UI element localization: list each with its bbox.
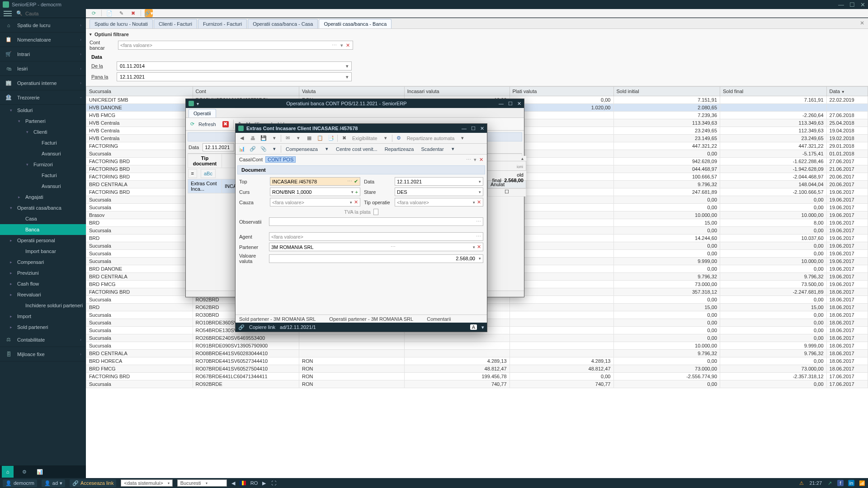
sub-fur-avansuri[interactable]: Avansuri (0, 181, 86, 192)
exig-dd[interactable]: ▾ (381, 134, 390, 143)
clip-button[interactable]: 📋 (316, 134, 325, 143)
collapse-icon[interactable]: ▴ (487, 156, 526, 161)
sub-furnizori[interactable]: ▾Furnizori (0, 159, 86, 170)
repauto-dd[interactable]: ▾ (458, 134, 467, 143)
sub-operspers[interactable]: ▸Operatii personal (0, 235, 86, 246)
tab-spatiu[interactable]: Spatiu de lucru - Noutati (90, 19, 153, 28)
reload-button[interactable]: ⟳ (90, 9, 98, 17)
oppartener-tab[interactable]: Operatii partener - 3M ROMANIA SRL (329, 316, 413, 322)
coment-tab[interactable]: Comentarii (427, 316, 451, 322)
sb-prev[interactable]: ◀ (231, 480, 235, 486)
col-soldinitial[interactable]: Sold initial (613, 87, 720, 96)
sub-opcb[interactable]: ▾Operatii casa/banca (0, 202, 86, 213)
sub-clienti[interactable]: ▾Clienti (0, 127, 86, 137)
repauto-button[interactable]: Repartizare automata (405, 136, 457, 141)
sub-reeval[interactable]: ▸Reevaluari (0, 289, 86, 300)
tab-casa[interactable]: Operatii casa/banca - Casa (248, 19, 318, 28)
agent-field[interactable]: <fara valoare>⋯ (269, 232, 483, 241)
nav-contab[interactable]: ⚖Contabilitate› (0, 333, 86, 347)
filter-dela-combo[interactable]: 01.11.2014▾ (117, 61, 352, 70)
stare-field[interactable]: DES▾ (395, 188, 483, 196)
tab-banca[interactable]: Operatii casa/banca - Banca (319, 19, 392, 28)
table-row[interactable]: SucursalaRO26BRDE240SV64695534000,000,00… (86, 334, 868, 342)
partener-field[interactable]: 3M ROMANIA SRL⋯▾✕ (269, 243, 483, 251)
bars-button[interactable]: 📊 (237, 146, 246, 152)
tabs-close-button[interactable]: ✕ (860, 20, 864, 26)
sb-fullscreen[interactable]: ⛶ (270, 480, 277, 486)
casacont-clear[interactable]: ✕ (479, 157, 483, 163)
close-button[interactable]: ✕ (860, 1, 865, 8)
anulat-check[interactable]: ☐ (487, 188, 526, 197)
data3-field[interactable]: 12.11.2021▾ (395, 177, 483, 186)
linkbar-drop[interactable]: ▾ (481, 324, 484, 330)
sb-ad[interactable]: 👤 ad ▾ (42, 479, 65, 487)
soldpartener-tab[interactable]: Sold partener - 3M ROMANIA SRL (239, 316, 316, 322)
gear-icon[interactable]: ⚙ (20, 467, 29, 476)
win3-min[interactable]: — (462, 126, 467, 131)
nav-nomen[interactable]: 📋Nomenclatoare› (0, 33, 86, 47)
plus-icon[interactable]: + (355, 189, 358, 195)
link2-button[interactable]: 🔗 (248, 146, 257, 152)
sub-impbancar[interactable]: Import bancar (0, 246, 86, 257)
tva-check[interactable] (373, 209, 378, 215)
table-row[interactable]: BRD CENTRALARO08BRDE441SV602830444109.79… (86, 350, 868, 357)
sub-solduri[interactable]: ▾Solduri (0, 105, 86, 116)
attach-button[interactable]: 📎 (259, 146, 268, 152)
col-incasari[interactable]: Incasari valuta (404, 87, 509, 96)
print-button[interactable]: 🖶 (248, 134, 257, 143)
sub-inchsold[interactable]: Inchidere solduri parteneri (0, 300, 86, 311)
tab-clienti[interactable]: Clienti - Facturi (154, 19, 197, 28)
sub-casa[interactable]: Casa (0, 213, 86, 224)
sb-warning-icon[interactable]: ⚠ (798, 480, 805, 486)
curs-field[interactable]: RON/BNR 1,0000▾+ (270, 188, 360, 196)
col-sucursala[interactable]: Sucursala (86, 87, 193, 96)
col-plati[interactable]: Plati valuta (509, 87, 613, 96)
sb-next[interactable]: ▶ (262, 480, 266, 486)
sb-li-icon[interactable]: in (848, 480, 854, 486)
minimize-button[interactable]: — (838, 1, 844, 8)
exig-button[interactable]: Exigibilitate (350, 136, 379, 141)
sub-fur-facturi[interactable]: Facturi (0, 170, 86, 181)
attach-dd[interactable]: ▾ (270, 146, 279, 152)
win2-min[interactable]: — (499, 101, 504, 106)
mail-dd[interactable]: ▾ (294, 134, 303, 143)
valoare-field[interactable]: 2.568,00▾ (269, 254, 483, 263)
win2-refresh[interactable]: ⟳Refresh (189, 120, 218, 128)
sb-user[interactable]: 👤 democrm (3, 479, 37, 487)
tipop-field[interactable]: <fara valoare>▾✕ (395, 198, 483, 206)
win2-cancel[interactable]: ✖ (221, 120, 231, 128)
sub-banca[interactable]: Banca (0, 224, 86, 235)
clear2-icon[interactable]: ✕ (477, 199, 481, 205)
nav-trezorerie[interactable]: 🏦Trezorerie› (0, 90, 86, 105)
table-row[interactable]: SucursalaRO91BRDE090SV1390579090010.000,… (86, 342, 868, 350)
win2-close[interactable]: ✕ (517, 101, 521, 106)
a-badge[interactable]: A (470, 324, 477, 330)
mail-button[interactable]: ✉ (283, 134, 292, 143)
cauza-field[interactable]: <fara valoare>▾✕ (270, 198, 360, 206)
sub-parteneri[interactable]: ▾Parteneri (0, 116, 86, 127)
col-valuta[interactable]: Valuta (299, 87, 405, 96)
nav-spatiu[interactable]: ⌂Spatiu de lucru› (0, 18, 86, 33)
table-row[interactable]: SucursalaRO92BRDERON740,77740,770,000,00… (86, 380, 868, 388)
clear-icon[interactable]: ✕ (354, 199, 358, 205)
maximize-button[interactable]: ☐ (849, 1, 855, 8)
col-soldfinal[interactable]: Sold final (720, 87, 827, 96)
contpos-value[interactable]: CONT POS (265, 156, 296, 163)
nav-iesiri[interactable]: 🛍Iesiri› (0, 61, 86, 76)
new-doc-button[interactable]: 📄 (105, 9, 113, 17)
combo-clear-icon[interactable]: ✕ (345, 42, 351, 48)
win3-close[interactable]: ✕ (480, 126, 484, 131)
win2-max[interactable]: ☐ (508, 101, 513, 106)
save-button[interactable]: 💾 (259, 134, 268, 143)
table-row[interactable]: BRD FMCGRO07BRDE441SV60527504410RON48.81… (86, 365, 868, 373)
link-button[interactable]: 🔗▾ (145, 9, 153, 17)
win2-col-tipdoc[interactable]: Tip document (188, 154, 222, 168)
combo-drop-icon[interactable]: ▾ (339, 42, 345, 48)
win2-filter-abc[interactable]: aBc (201, 169, 216, 178)
sb-rss-icon[interactable]: 📶 (859, 480, 865, 486)
hamburger-icon[interactable] (4, 11, 12, 16)
sb-datasist[interactable]: <data sistemului>▾ (121, 479, 172, 487)
col-cont[interactable]: Cont (193, 87, 299, 96)
win2-tab-operatii[interactable]: Operatii (189, 109, 216, 117)
copy-doc-button[interactable]: 📑 (326, 134, 335, 143)
